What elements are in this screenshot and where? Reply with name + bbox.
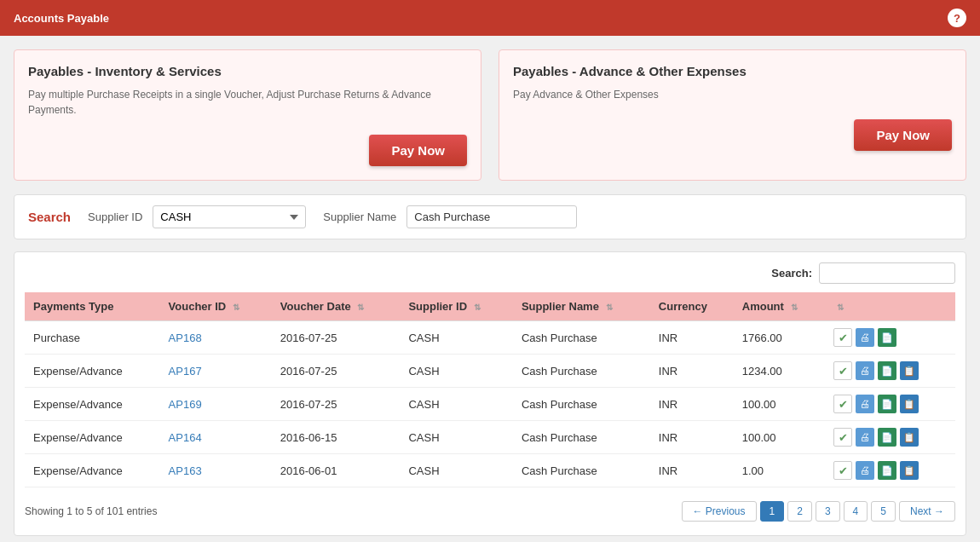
table-header-row: Payments Type Voucher ID ⇅ Voucher Date …: [25, 292, 955, 321]
blue-doc-icon[interactable]: 📋: [900, 461, 919, 480]
voucher-id-cell[interactable]: AP169: [160, 388, 272, 421]
print-icon[interactable]: 🖨: [856, 395, 874, 413]
green-doc-icon[interactable]: 📄: [878, 328, 896, 347]
card-inventory-title: Payables - Inventory & Services: [28, 64, 467, 78]
supplier-name-label: Supplier Name: [323, 210, 396, 223]
table-row: Expense/AdvanceAP1672016-07-25CASHCash P…: [25, 355, 955, 388]
page-5-button[interactable]: 5: [871, 501, 896, 522]
table-section: Search: Payments Type Voucher ID ⇅ Vouch…: [14, 251, 966, 536]
pay-now-advance-button[interactable]: Pay Now: [854, 119, 952, 151]
card-inventory-desc: Pay multiple Purchase Receipts in a sing…: [28, 87, 467, 118]
data-table: Payments Type Voucher ID ⇅ Voucher Date …: [25, 292, 955, 487]
col-payments-type: Payments Type: [25, 292, 160, 321]
col-supplier-name[interactable]: Supplier Name ⇅: [513, 292, 650, 321]
page-4-button[interactable]: 4: [844, 501, 868, 522]
payments-type-cell: Expense/Advance: [25, 421, 160, 454]
green-doc-icon[interactable]: 📄: [878, 461, 896, 480]
voucher-date-cell: 2016-06-01: [272, 454, 401, 487]
check-icon[interactable]: ✔: [833, 461, 852, 480]
header-title: Accounts Payable: [14, 12, 109, 25]
actions-cell: ✔ 🖨 📄 📋: [825, 421, 955, 454]
table-footer: Showing 1 to 5 of 101 entries ← Previous…: [25, 498, 955, 525]
col-voucher-date[interactable]: Voucher Date ⇅: [272, 292, 401, 321]
col-actions: ⇅: [825, 292, 955, 321]
previous-page-button[interactable]: ← Previous: [682, 501, 757, 522]
help-button[interactable]: ?: [948, 9, 966, 27]
supplier-name-cell: Cash Purchase: [513, 421, 650, 454]
voucher-id-cell[interactable]: AP164: [160, 421, 272, 454]
amount-cell: 100.00: [734, 388, 826, 421]
currency-cell: INR: [650, 355, 734, 388]
next-page-button[interactable]: Next →: [899, 501, 955, 522]
table-search-row: Search:: [25, 262, 955, 284]
payments-type-cell: Expense/Advance: [25, 454, 160, 487]
blue-doc-icon[interactable]: 📋: [900, 395, 919, 413]
voucher-id-cell[interactable]: AP163: [160, 454, 272, 487]
supplier-id-label: Supplier ID: [88, 210, 142, 223]
search-label: Search: [28, 210, 71, 224]
card-advance-desc: Pay Advance & Other Expenses: [513, 87, 952, 102]
print-icon[interactable]: 🖨: [856, 461, 874, 480]
action-icons: ✔ 🖨 📄: [833, 328, 947, 347]
page-1-button[interactable]: 1: [760, 501, 785, 522]
page-2-button[interactable]: 2: [787, 501, 812, 522]
supplier-name-cell: Cash Purchase: [513, 454, 650, 487]
actions-cell: ✔ 🖨 📄 📋: [825, 454, 955, 487]
print-icon[interactable]: 🖨: [856, 328, 874, 347]
action-icons: ✔ 🖨 📄 📋: [833, 461, 947, 480]
supplier-name-cell: Cash Purchase: [513, 355, 650, 388]
check-icon[interactable]: ✔: [833, 395, 852, 413]
blue-doc-icon[interactable]: 📋: [900, 428, 919, 447]
col-voucher-id[interactable]: Voucher ID ⇅: [160, 292, 272, 321]
green-doc-icon[interactable]: 📄: [878, 395, 896, 413]
supplier-name-cell: Cash Purchase: [513, 388, 650, 421]
card-advance-expenses: Payables - Advance & Other Expenses Pay …: [499, 49, 966, 181]
sort-icon-actions: ⇅: [837, 303, 844, 312]
table-row: Expense/AdvanceAP1692016-07-25CASHCash P…: [25, 388, 955, 421]
supplier-id-cell: CASH: [400, 454, 512, 487]
blue-doc-icon[interactable]: 📋: [900, 361, 919, 380]
supplier-id-select[interactable]: CASH: [153, 205, 306, 228]
page-3-button[interactable]: 3: [816, 501, 840, 522]
table-row: PurchaseAP1682016-07-25CASHCash Purchase…: [25, 321, 955, 355]
actions-cell: ✔ 🖨 📄 📋: [825, 388, 955, 421]
voucher-date-cell: 2016-06-15: [272, 421, 401, 454]
payments-type-cell: Expense/Advance: [25, 388, 160, 421]
voucher-id-cell[interactable]: AP168: [160, 321, 272, 355]
table-search-input[interactable]: [819, 262, 955, 284]
check-icon[interactable]: ✔: [833, 428, 852, 447]
supplier-id-cell: CASH: [400, 421, 512, 454]
card-inventory-services: Payables - Inventory & Services Pay mult…: [14, 49, 481, 181]
green-doc-icon[interactable]: 📄: [878, 361, 896, 380]
col-amount[interactable]: Amount ⇅: [734, 292, 826, 321]
currency-cell: INR: [650, 388, 734, 421]
amount-cell: 1766.00: [734, 321, 826, 355]
col-supplier-id[interactable]: Supplier ID ⇅: [400, 292, 512, 321]
header: Accounts Payable ?: [0, 0, 980, 36]
search-bar: Search Supplier ID CASH Supplier Name: [14, 194, 966, 239]
voucher-id-cell[interactable]: AP167: [160, 355, 272, 388]
pay-now-inventory-button[interactable]: Pay Now: [369, 135, 467, 166]
check-icon[interactable]: ✔: [833, 361, 852, 380]
print-icon[interactable]: 🖨: [856, 428, 874, 447]
supplier-name-input[interactable]: [406, 205, 577, 228]
supplier-id-cell: CASH: [400, 355, 512, 388]
print-icon[interactable]: 🖨: [856, 361, 874, 380]
currency-cell: INR: [650, 321, 734, 355]
amount-cell: 1.00: [734, 454, 826, 487]
supplier-id-cell: CASH: [400, 321, 512, 355]
actions-cell: ✔ 🖨 📄: [825, 321, 955, 355]
table-search-label: Search:: [771, 267, 812, 280]
action-icons: ✔ 🖨 📄 📋: [833, 361, 947, 380]
table-row: Expense/AdvanceAP1642016-06-15CASHCash P…: [25, 421, 955, 454]
sort-icon-supplier-id: ⇅: [474, 303, 481, 312]
showing-text: Showing 1 to 5 of 101 entries: [25, 505, 157, 517]
actions-cell: ✔ 🖨 📄 📋: [825, 355, 955, 388]
check-icon[interactable]: ✔: [833, 328, 852, 347]
sort-icon-amount: ⇅: [791, 303, 798, 312]
green-doc-icon[interactable]: 📄: [878, 428, 896, 447]
action-icons: ✔ 🖨 📄 📋: [833, 428, 947, 447]
supplier-name-cell: Cash Purchase: [513, 321, 650, 355]
currency-cell: INR: [650, 454, 734, 487]
sort-icon-voucher: ⇅: [233, 303, 239, 312]
